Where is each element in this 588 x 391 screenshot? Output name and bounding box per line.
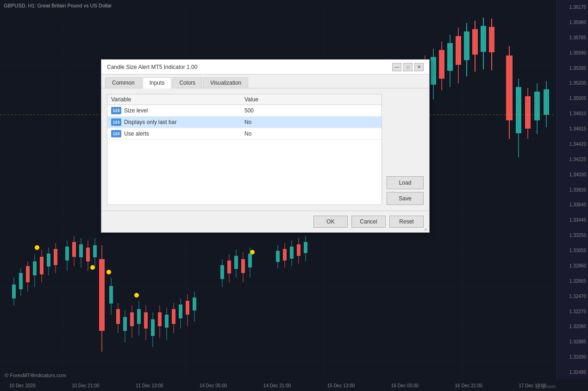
table-row[interactable]: 123 Size level 500 [107,105,382,117]
ok-button[interactable]: OK [313,216,348,228]
svg-rect-81 [186,301,189,315]
svg-point-35 [35,245,39,250]
price-6: 1.35200 [559,81,586,86]
price-9: 1.34615 [559,126,586,131]
var-cell: 123 Size level [111,107,244,114]
svg-rect-120 [472,29,478,55]
price-11: 1.34225 [559,157,586,162]
tab-inputs[interactable]: Inputs [143,77,172,88]
svg-rect-102 [297,244,300,256]
price-17: 1.33055 [559,248,586,253]
svg-rect-60 [116,309,120,324]
price-18: 1.32860 [559,263,586,268]
cancel-button[interactable]: Cancel [351,216,386,228]
price-1: 1.36175 [559,5,586,10]
price-12: 1.34030 [559,172,586,177]
svg-rect-116 [456,36,461,65]
svg-rect-51 [86,248,90,261]
var-name: Displays only last bar [124,119,176,125]
price-21: 1.32275 [559,309,586,314]
price-15: 1.33445 [559,217,586,223]
chart-watermark: © ForexMT4Indicators.com [5,372,66,378]
svg-rect-89 [234,256,238,269]
svg-rect-67 [137,309,141,324]
var-name: Size level [124,107,148,114]
svg-rect-44 [65,247,69,261]
var-icon: 123 [111,118,121,126]
table-row[interactable]: 123 Use alerts No [107,128,382,140]
price-5: 1.35395 [559,66,586,71]
dialog-footer: OK Cancel Reset [101,211,429,232]
tab-visualization[interactable]: Visualization [203,77,248,88]
time-axis: 10 Dec 2020 10 Dec 21:00 11 Dec 13:00 14… [0,380,556,391]
site-badge: 汇张.com [536,384,556,390]
svg-rect-98 [283,249,287,261]
resize-handle[interactable]: ⊿ [424,227,428,231]
table-empty-area [107,140,382,205]
price-24: 1.31690 [559,354,586,360]
svg-rect-124 [489,27,494,52]
load-button[interactable]: Load [387,176,424,189]
var-value: 500 [244,107,378,114]
dialog-content: Variable Value 123 Size level 500 [107,94,424,205]
close-button[interactable]: ✕ [414,63,424,71]
price-7: 1.35005 [559,96,586,101]
var-value: No [244,119,378,125]
svg-rect-62 [123,317,127,331]
svg-rect-32 [26,266,30,282]
price-2: 1.35980 [559,20,586,25]
price-13: 1.33835 [559,187,586,192]
svg-rect-77 [172,309,175,324]
svg-rect-110 [431,57,436,85]
price-3: 1.35785 [559,35,586,40]
svg-rect-91 [241,259,245,273]
tab-common[interactable]: Common [105,77,142,88]
svg-rect-87 [227,261,231,273]
svg-rect-71 [151,319,155,336]
svg-rect-49 [79,244,83,257]
tab-colors[interactable]: Colors [172,77,202,88]
svg-rect-30 [19,273,23,289]
svg-rect-104 [304,242,307,253]
svg-rect-73 [158,312,162,326]
svg-rect-94 [248,254,252,267]
price-14: 1.33640 [559,202,586,207]
svg-rect-118 [464,31,469,60]
price-16: 1.33250 [559,233,586,238]
svg-rect-39 [47,254,50,267]
maximize-button[interactable]: □ [403,63,413,71]
svg-rect-112 [439,50,444,79]
dialog-title: Candle Size Alert MT5 Indicator 1.00 [107,64,197,70]
col-variable-header: Variable [111,96,244,103]
svg-rect-69 [144,312,148,329]
svg-rect-96 [276,251,280,262]
time-5: 14 Dec 21:00 [263,383,291,388]
time-7: 16 Dec 05:00 [391,383,419,388]
chart-title: GBPUSD, H1: Great Britain Pound vs US Do… [4,3,112,8]
svg-point-47 [90,265,95,270]
minimize-button[interactable]: — [392,63,401,71]
svg-rect-28 [12,285,16,298]
time-6: 15 Dec 13:00 [327,383,355,388]
svg-point-56 [106,270,111,274]
table-row[interactable]: 123 Displays only last bar No [107,117,382,128]
price-axis: 1.36175 1.35980 1.35785 1.35590 1.35395 … [557,0,588,379]
price-10: 1.34420 [559,142,586,147]
dialog-body: Variable Value 123 Size level 500 [101,88,429,211]
save-button[interactable]: Save [387,192,424,205]
var-cell: 123 Displays only last bar [111,118,244,126]
price-22: 1.32080 [559,324,586,329]
var-value: No [244,130,378,137]
var-name: Use alerts [124,130,149,137]
var-icon: 123 [111,107,121,114]
var-icon: 123 [111,130,121,137]
dialog-titlebar: Candle Size Alert MT5 Indicator 1.00 — □… [101,60,429,74]
svg-rect-55 [99,259,105,331]
reset-button[interactable]: Reset [389,216,424,228]
price-8: 1.34810 [559,111,586,116]
svg-rect-58 [109,286,113,304]
table-section: Variable Value 123 Size level 500 [107,94,382,205]
svg-rect-130 [525,96,531,129]
svg-rect-122 [481,26,486,52]
svg-rect-34 [33,261,37,275]
